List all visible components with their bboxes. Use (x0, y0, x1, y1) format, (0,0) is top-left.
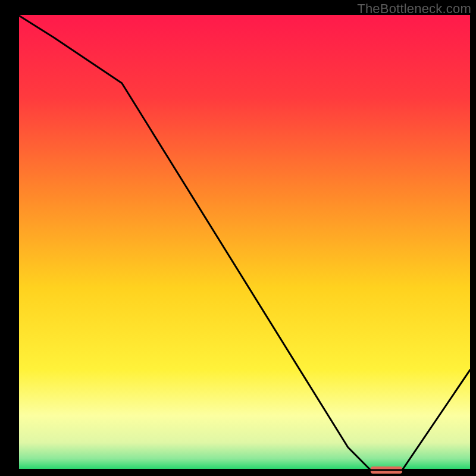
watermark-text: TheBottleneck.com (357, 1, 471, 17)
bottleneck-chart (0, 0, 476, 476)
chart-container: TheBottleneck.com (0, 0, 476, 476)
plot-gradient-area (18, 15, 470, 470)
